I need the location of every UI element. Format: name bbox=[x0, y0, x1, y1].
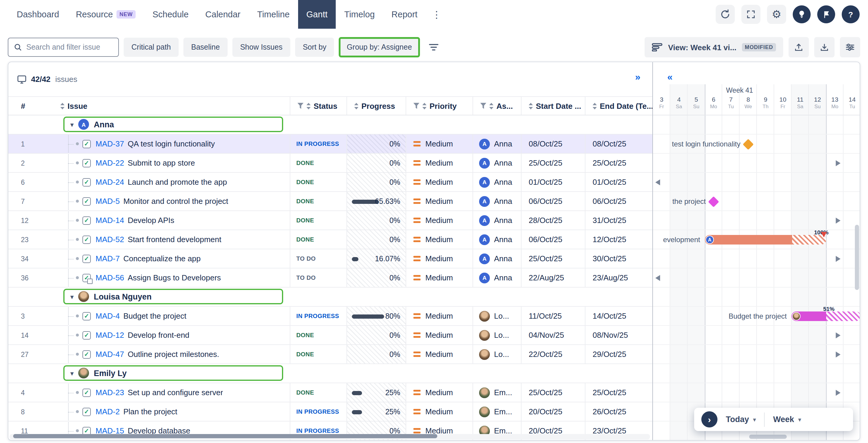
offscreen-right-indicator-icon[interactable] bbox=[836, 217, 840, 224]
status-cell[interactable]: IN PROGRESS bbox=[290, 402, 346, 421]
end-date-cell[interactable]: 25/Oct/25 bbox=[585, 383, 652, 402]
priority-cell[interactable]: Medium bbox=[406, 326, 472, 344]
priority-cell[interactable]: Medium bbox=[406, 307, 472, 325]
offscreen-right-indicator-icon[interactable] bbox=[836, 256, 840, 262]
column-header-progress[interactable]: Progress bbox=[346, 97, 406, 115]
gantt-bar[interactable] bbox=[792, 312, 860, 321]
issue-row-mad-5[interactable]: 7✓MAD-5Monitor and control the projectDO… bbox=[8, 192, 652, 211]
group-highlight-box[interactable]: ▾Louisa Nguyen bbox=[63, 289, 283, 304]
progress-cell[interactable]: 0% bbox=[346, 326, 406, 344]
nav-item-gantt[interactable]: Gantt bbox=[298, 0, 336, 29]
issue-key-link[interactable]: MAD-56 bbox=[96, 273, 124, 282]
assignee-cell[interactable]: AAnna bbox=[472, 249, 521, 268]
column-header-priority[interactable]: Priority bbox=[406, 97, 472, 115]
start-date-cell[interactable]: 22/Aug/25 bbox=[521, 268, 585, 287]
view-selector-button[interactable]: View: Week 41 vi... MODIFIED bbox=[645, 37, 783, 57]
gantt-settings-button[interactable] bbox=[840, 37, 860, 57]
progress-cell[interactable]: 0% bbox=[346, 345, 406, 363]
group-highlight-box[interactable]: ▾Emily Ly bbox=[63, 365, 283, 381]
timeline-vertical-scrollbar-thumb[interactable] bbox=[855, 225, 859, 290]
baseline-button[interactable]: Baseline bbox=[183, 38, 227, 57]
start-date-cell[interactable]: 11/Oct/25 bbox=[521, 307, 585, 325]
start-date-cell[interactable]: 06/Oct/25 bbox=[521, 230, 585, 249]
status-cell[interactable]: TO DO bbox=[290, 249, 346, 268]
start-date-cell[interactable]: 06/Oct/25 bbox=[521, 192, 585, 210]
task-checkbox-icon[interactable]: ✓ bbox=[83, 331, 91, 339]
group-collapse-chevron-icon[interactable]: ▾ bbox=[70, 370, 73, 376]
filter-button[interactable] bbox=[425, 38, 442, 57]
task-checkbox-icon[interactable]: ✓ bbox=[83, 178, 91, 186]
priority-cell[interactable]: Medium bbox=[406, 154, 472, 172]
issue-row-mad-23[interactable]: 4✓MAD-23Set up and configure serverDONE2… bbox=[8, 383, 652, 402]
task-checkbox-icon[interactable]: ✓ bbox=[83, 312, 91, 320]
issue-row-mad-14[interactable]: 12✓MAD-14Develop APIsDONE0%MediumAAnna28… bbox=[8, 211, 652, 230]
status-cell[interactable]: DONE bbox=[290, 173, 346, 191]
end-date-cell[interactable]: 26/Oct/25 bbox=[585, 402, 652, 421]
task-checkbox-icon[interactable]: ✓ bbox=[83, 426, 91, 435]
column-header-issue[interactable]: Issue bbox=[53, 97, 290, 115]
task-checkbox-icon[interactable]: ✓ bbox=[83, 350, 91, 358]
task-checkbox-icon[interactable]: ✓ bbox=[83, 159, 91, 167]
end-date-cell[interactable]: 29/Oct/25 bbox=[585, 345, 652, 363]
offscreen-right-indicator-icon[interactable] bbox=[836, 352, 840, 357]
show-issues-button[interactable]: Show Issues bbox=[232, 38, 290, 57]
settings-button[interactable]: ⚙ bbox=[767, 5, 786, 24]
group-collapse-chevron-icon[interactable]: ▾ bbox=[70, 293, 73, 300]
issue-row-mad-56[interactable]: 36✓MAD-56Assign Bugs to DevelopersTO DO0… bbox=[8, 268, 652, 288]
assignee-cell[interactable]: AAnna bbox=[472, 173, 521, 191]
issue-row-mad-12[interactable]: 14✓MAD-12Develop front-endDONE0%MediumLo… bbox=[8, 326, 652, 345]
assignee-cell[interactable]: AAnna bbox=[472, 135, 521, 153]
nav-item-resource[interactable]: ResourceNEW bbox=[67, 0, 144, 29]
status-cell[interactable]: DONE bbox=[290, 211, 346, 230]
import-button[interactable] bbox=[814, 37, 835, 57]
progress-cell[interactable]: 0% bbox=[346, 135, 406, 153]
flag-button[interactable] bbox=[817, 5, 835, 23]
group-highlight-box[interactable]: ▾AAnna bbox=[63, 117, 283, 132]
end-date-cell[interactable]: 01/Oct/25 bbox=[585, 173, 652, 191]
issue-row-mad-4[interactable]: 3✓MAD-4Budget the projectIN PROGRESS80%M… bbox=[8, 307, 652, 326]
end-date-cell[interactable]: 23/Aug/25 bbox=[585, 268, 652, 287]
offscreen-left-indicator-icon[interactable] bbox=[655, 179, 660, 185]
assignee-cell[interactable]: Em... bbox=[472, 402, 521, 421]
issue-row-mad-24[interactable]: 6✓MAD-24Launch and promote the appDONE0%… bbox=[8, 173, 652, 192]
group-by-button[interactable]: Group by: Assignee bbox=[339, 37, 420, 57]
nav-item-schedule[interactable]: Schedule bbox=[144, 0, 197, 29]
end-date-cell[interactable]: 14/Oct/25 bbox=[585, 307, 652, 325]
progress-cell[interactable]: 0% bbox=[346, 154, 406, 172]
assignee-cell[interactable]: AAnna bbox=[472, 268, 521, 287]
priority-cell[interactable]: Medium bbox=[406, 135, 472, 153]
end-date-cell[interactable]: 12/Oct/25 bbox=[585, 230, 652, 249]
collapse-timeline-button[interactable]: « bbox=[667, 72, 673, 83]
end-date-cell[interactable]: 08/Oct/25 bbox=[585, 135, 652, 153]
nav-item-timeline[interactable]: Timeline bbox=[249, 0, 298, 29]
column-header-more[interactable]: # bbox=[8, 97, 53, 115]
progress-cell[interactable]: 0% bbox=[346, 268, 406, 287]
progress-cell[interactable]: 80% bbox=[346, 307, 406, 325]
issue-row-mad-52[interactable]: 23✓MAD-52Start frontend developmentDONE0… bbox=[8, 230, 652, 249]
priority-cell[interactable]: Medium bbox=[406, 268, 472, 287]
issue-key-link[interactable]: MAD-2 bbox=[96, 407, 120, 416]
assignee-cell[interactable]: Em... bbox=[472, 383, 521, 402]
start-date-cell[interactable]: 20/Oct/25 bbox=[521, 402, 585, 421]
column-header-end-date-te[interactable]: End Date (Te... bbox=[585, 97, 652, 115]
status-cell[interactable]: DONE bbox=[290, 345, 346, 363]
status-cell[interactable]: TO DO bbox=[290, 268, 346, 287]
issue-key-link[interactable]: MAD-37 bbox=[96, 139, 124, 148]
critical-path-button[interactable]: Critical path bbox=[124, 38, 179, 57]
start-date-cell[interactable]: 22/Oct/25 bbox=[521, 345, 585, 363]
offscreen-right-indicator-icon[interactable] bbox=[836, 160, 840, 166]
fullscreen-button[interactable] bbox=[741, 5, 761, 24]
start-date-cell[interactable]: 01/Oct/25 bbox=[521, 173, 585, 191]
start-date-cell[interactable]: 04/Nov/25 bbox=[521, 326, 585, 344]
start-date-cell[interactable]: 25/Oct/25 bbox=[521, 383, 585, 402]
gantt-bar[interactable] bbox=[705, 235, 826, 244]
issue-key-link[interactable]: MAD-5 bbox=[96, 197, 120, 206]
issue-key-link[interactable]: MAD-14 bbox=[96, 216, 124, 225]
progress-cell[interactable]: 25% bbox=[346, 402, 406, 421]
issue-key-link[interactable]: MAD-22 bbox=[96, 158, 124, 168]
column-header-start-date[interactable]: Start Date ... bbox=[521, 97, 585, 115]
nav-item-report[interactable]: Report bbox=[383, 0, 426, 29]
progress-cell[interactable]: 16.07% bbox=[346, 249, 406, 268]
column-header-as[interactable]: As... bbox=[472, 97, 521, 115]
status-cell[interactable]: IN PROGRESS bbox=[290, 307, 346, 325]
